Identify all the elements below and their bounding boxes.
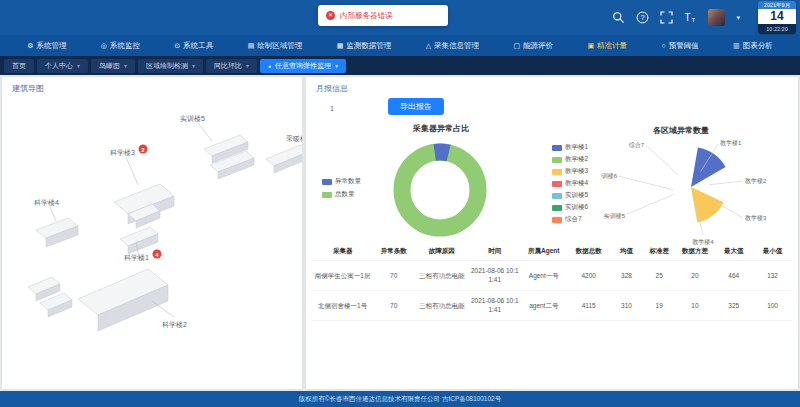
legend-item[interactable]: 异常数量 [322,177,361,186]
copyright-text: 版权所有©长春市西佳通达信息技术有限责任公司 吉ICP备08100102号 [299,395,501,404]
nav-item-precise-metering[interactable]: ▣精准计量 [587,41,627,51]
chevron-down-icon: ▾ [192,62,195,69]
col-header: 均值 [610,243,643,261]
error-banner: ✕ 内部服务器错误 [318,5,448,26]
map-label: 科学楼2 [162,321,187,329]
anomaly-stat-table: 采集器 异常条数 故障原因 时间 所属Agent 数据总数 均值 标准差 数据方… [312,243,792,321]
legend-swatch [552,193,562,199]
chart-icon: ▥ [733,42,740,50]
collect-icon: △ [426,42,431,50]
col-header: 时间 [469,243,520,261]
tab-home[interactable]: 首页 [4,59,34,73]
data-icon: ▦ [337,42,344,50]
donut-legend: 异常数量 总数量 [322,177,361,199]
nav-item-system-monitor[interactable]: ◎系统监控 [101,41,140,51]
nav-item-energy-eval[interactable]: ▢能源评价 [513,41,553,51]
gear-icon: ⚙ [27,42,33,50]
tab-query-monitor-active[interactable]: ●任意查询弹性监理▾ [260,59,346,73]
right-panel-title: 月报信息 [316,83,348,94]
legend-item[interactable]: 总数量 [322,190,361,199]
table-row[interactable]: 南侧学生公寓一1层 70 三相有功总电能 2021-08-06 10:11:41… [312,261,792,291]
col-header: 标准差 [643,243,676,261]
legend-swatch [552,169,562,175]
tab-bar: 首页 个人中心▾ 鸟瞰图▾ 区域绘制检测▾ 同比环比▾ ●任意查询弹性监理▾ [0,56,800,75]
map-label: 科学楼3 [110,149,135,157]
metering-icon: ▣ [587,42,594,50]
tab-personal-center[interactable]: 个人中心▾ [37,59,88,73]
tab-yoy-mom[interactable]: 同比环比▾ [206,59,257,73]
active-dot-icon: ● [268,63,271,69]
legend-item[interactable]: 实训楼5 [552,191,588,200]
legend-swatch [322,179,332,185]
map-label: 科学楼4 [34,199,59,207]
error-icon: ✕ [326,11,335,20]
rose-chart[interactable]: 综合7 教学楼1 教学楼2 教学楼3 教学楼4 实训楼5 实训楼6 [601,132,786,252]
legend-swatch [322,192,332,198]
nav-item-monitor-data[interactable]: ▦监测数据管理 [337,41,392,51]
chevron-down-icon: ▾ [77,62,80,69]
rose-label: 教学楼2 [745,178,767,185]
legend-swatch [552,157,562,163]
calendar-time: 10:22:20 [758,24,796,34]
footer: 版权所有©长春市西佳通达信息技术有限责任公司 吉ICP备08100102号 [0,391,800,407]
nav-item-system-tools[interactable]: ⊙系统工具 [174,41,213,51]
rose-label: 教学楼1 [720,140,742,147]
calendar-widget: 2021年9月 14 10:22:20 [758,1,796,34]
error-banner-text: 内部服务器错误 [340,11,393,21]
chevron-down-icon: ▾ [246,62,249,69]
main-nav: ⚙系统管理 ◎系统监控 ⊙系统工具 ▤绘制区域管理 ▦监测数据管理 △采集信息管… [0,35,800,56]
donut-chart[interactable] [383,133,497,247]
svg-text:T: T [685,12,691,23]
legend-swatch [552,181,562,187]
rose-label: 教学楼3 [745,215,767,222]
nav-item-system-mgmt[interactable]: ⚙系统管理 [27,41,66,51]
help-icon[interactable]: ? [636,11,649,24]
nav-item-chart-analysis[interactable]: ▥图表分析 [733,41,773,51]
building-map-panel: 建筑导图 [2,77,302,389]
campus-3d-map[interactable]: 实训楼5 采暖楼 科学楼3 2 科学楼4 科学楼1 4 科学楼2 [2,97,302,389]
search-icon[interactable] [612,11,625,24]
map-label: 采暖楼 [286,135,302,143]
fullscreen-icon[interactable] [660,11,673,24]
legend-item[interactable]: 教学楼4 [552,179,588,188]
col-header: 故障原因 [414,243,469,261]
chevron-down-icon: ▾ [124,62,127,69]
svg-text:?: ? [641,13,645,22]
legend-item[interactable]: 教学楼1 [552,143,588,152]
top-bar: ✕ 内部服务器错误 ? T T ▾ 2021年9月 14 [0,0,800,35]
rose-label: 综合7 [629,141,645,149]
calendar-month: 2021年9月 [758,1,796,9]
rose-legend: 教学楼1 教学楼2 教学楼3 教学楼4 实训楼5 实训楼6 综合7 [552,143,588,224]
draw-region-icon: ▤ [248,42,255,50]
monitor-icon: ◎ [101,42,107,50]
chevron-down-icon: ▾ [335,62,338,69]
col-header: 最小值 [753,243,792,261]
user-menu-caret-icon[interactable]: ▾ [736,14,740,22]
col-header: 数据方差 [676,243,715,261]
nav-item-draw-region[interactable]: ▤绘制区域管理 [248,41,303,51]
calendar-day: 14 [758,9,796,24]
tab-region-draw-detect[interactable]: 区域绘制检测▾ [138,59,203,73]
export-report-button[interactable]: 导出报告 [388,98,444,115]
topbar-icon-group: ? T T ▾ [612,0,740,35]
page-indicator: 1 [330,105,334,112]
map-label: 科学楼1 [124,254,149,262]
legend-item[interactable]: 实训楼6 [552,203,588,212]
energy-icon: ▢ [513,42,520,50]
map-label: 实训楼5 [180,115,205,123]
col-header: 最大值 [714,243,753,261]
legend-item[interactable]: 教学楼3 [552,167,588,176]
report-panel: 月报信息 1 导出报告 采集器异常占比 异常数量 总数量 各区域异常数量 教学楼… [306,77,798,389]
col-header: 采集器 [312,243,373,261]
tab-birdview[interactable]: 鸟瞰图▾ [91,59,135,73]
left-panel-title: 建筑导图 [12,83,44,94]
legend-item[interactable]: 综合7 [552,215,588,224]
font-size-icon[interactable]: T T [684,11,697,24]
threshold-icon: ○ [661,42,665,49]
table-row[interactable]: 北侧宿舍楼一1号 70 三相有功总电能 2021-08-06 10:11:41 … [312,290,792,320]
col-header: 异常条数 [373,243,414,261]
nav-item-warning-threshold[interactable]: ○预警阈值 [661,41,698,51]
nav-item-collect-info[interactable]: △采集信息管理 [426,41,479,51]
user-avatar[interactable] [708,9,725,26]
legend-item[interactable]: 教学楼2 [552,155,588,164]
